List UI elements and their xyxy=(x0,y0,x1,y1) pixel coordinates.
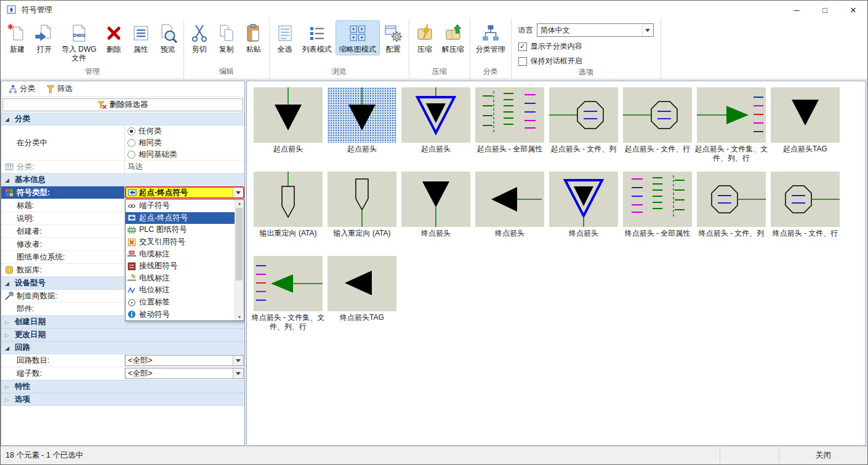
radio-label: 任何类 xyxy=(139,126,162,137)
radio-option-0[interactable]: 任何类 xyxy=(127,126,244,136)
new-label: 新建 xyxy=(10,45,25,54)
tab-filter[interactable]: 筛选 xyxy=(41,82,78,96)
symbol-item[interactable]: 起点箭头TAG xyxy=(771,87,840,163)
section-header-characteristics[interactable]: ▷特性 xyxy=(1,380,244,393)
properties-button[interactable]: 属性 xyxy=(127,20,155,55)
expand-arrow-icon: ◢ xyxy=(5,280,11,287)
compress-button[interactable]: 压缩 xyxy=(411,20,438,55)
dropdown-item[interactable]: 电缆标注 xyxy=(126,248,235,260)
cut-button[interactable]: 剪切 xyxy=(186,20,213,55)
radio-option-1[interactable]: 相同类 xyxy=(127,138,244,148)
start-end-symbol-icon xyxy=(128,188,137,197)
dropdown-item[interactable]: 位置标签 xyxy=(126,296,235,309)
new-button[interactable]: 新建 xyxy=(4,20,31,55)
paste-button[interactable]: 粘贴 xyxy=(240,20,267,55)
dropdown-item[interactable]: 端子符号 xyxy=(126,200,235,212)
scrollbar-thumb[interactable] xyxy=(236,208,243,280)
category-value: 马达 xyxy=(125,161,244,173)
symbol-item[interactable]: 终点箭头 - 全部属性 xyxy=(623,172,692,247)
symbol-item[interactable]: 终点箭头TAG xyxy=(328,256,396,332)
symbol-item[interactable]: 起点箭头 xyxy=(328,87,396,163)
dropdown-item[interactable]: PLC 图纸符号 xyxy=(126,224,235,236)
minimize-icon: ─ xyxy=(794,6,799,15)
thumbnail-mode-button[interactable]: 缩略图模式 xyxy=(336,20,380,55)
symbol-thumbnail xyxy=(623,87,692,143)
scroll-down-icon[interactable]: ▼ xyxy=(238,315,242,319)
field-value[interactable]: <全部> xyxy=(125,355,244,366)
ribbon-group-label: 分类 xyxy=(472,66,509,79)
option-checkbox-0[interactable]: ✓显示子分类内容 xyxy=(518,41,654,52)
category-manage-button[interactable]: 分类管理 xyxy=(472,20,509,55)
paste-label: 粘贴 xyxy=(246,45,261,54)
field-value[interactable]: <全部> xyxy=(125,368,244,379)
close-window-button[interactable]: ✕ xyxy=(839,1,867,19)
section-header-classification[interactable]: ◢ 分类 xyxy=(1,113,244,125)
symbol-label: 起点箭头 xyxy=(324,145,400,163)
dropdown-item-label: 电位标注 xyxy=(139,285,170,295)
delete-button[interactable]: 删除 xyxy=(100,20,127,55)
dropdown-item[interactable]: 交叉引用符号 xyxy=(126,236,235,248)
scroll-up-icon[interactable]: ▲ xyxy=(238,201,242,205)
thumbnail-mode-label: 缩略图模式 xyxy=(339,45,376,54)
clear-filter-button[interactable]: 删除筛选器 xyxy=(2,98,243,111)
maximize-button[interactable]: □ xyxy=(811,1,839,19)
compress-label: 压缩 xyxy=(417,45,432,54)
properties-icon xyxy=(131,23,151,44)
dropdown-item[interactable]: 电位标注 xyxy=(126,284,235,296)
tab-category[interactable]: 分类 xyxy=(4,82,40,96)
symbol-item[interactable]: 终点箭头 xyxy=(549,172,618,247)
symbol-item[interactable]: 起点箭头 - 文件、列 xyxy=(549,87,618,163)
dropdown-item[interactable]: 被动符号 xyxy=(126,308,235,320)
chevron-down-icon xyxy=(642,24,653,36)
field-value[interactable]: 起点-终点符号 xyxy=(125,186,244,199)
section-header-circuit[interactable]: ◢回路 xyxy=(1,341,244,354)
option-checkbox-1[interactable]: 保持对话框开启 xyxy=(518,56,654,66)
minimize-button[interactable]: ─ xyxy=(782,1,811,19)
main-area: 分类筛选 删除筛选器 ◢ 分类 在分类中 任何类相同类相同基础类 分类: xyxy=(1,79,867,446)
titlebar: 符号管理 ─ □ ✕ xyxy=(1,1,867,19)
field-label-cell: 数据库: xyxy=(1,264,125,276)
field-label-cell: 部件: xyxy=(1,303,125,315)
field-label: 部件: xyxy=(17,304,34,314)
dropdown-arrow-icon[interactable] xyxy=(233,368,243,378)
symbol-item[interactable]: 起点箭头 xyxy=(401,87,470,163)
symbol-item[interactable]: 终点箭头 - 文件集、文件、列、行 xyxy=(254,256,323,332)
language-select[interactable]: 简体中文 xyxy=(537,23,654,37)
symbol-item[interactable]: 起点箭头 xyxy=(254,87,323,163)
open-file-icon xyxy=(34,23,54,44)
copy-button[interactable]: 复制 xyxy=(213,20,240,55)
select-all-button[interactable]: 全选 xyxy=(271,20,299,55)
category-manage-label: 分类管理 xyxy=(476,45,505,54)
symbol-item[interactable]: 输入重定向 (ATA) xyxy=(328,172,396,247)
list-mode-button[interactable]: 列表模式 xyxy=(299,20,336,55)
symbol-thumbnail xyxy=(254,256,323,311)
properties-label: 属性 xyxy=(134,45,148,54)
configure-button[interactable]: 配置 xyxy=(380,20,407,55)
symbol-item[interactable]: 起点箭头 - 文件、行 xyxy=(623,87,692,163)
dropdown-item[interactable]: 接线图符号 xyxy=(126,260,235,272)
dropdown-item[interactable]: 电线标注 xyxy=(126,272,235,285)
dropdown-arrow-icon[interactable] xyxy=(233,188,243,197)
open-button[interactable]: 打开 xyxy=(31,20,58,55)
symbol-item[interactable]: 终点箭头 xyxy=(475,172,544,247)
symbol-item[interactable]: 终点箭头 - 文件、列 xyxy=(697,172,766,247)
radio-option-2[interactable]: 相同基础类 xyxy=(127,149,244,159)
section-header-options[interactable]: ▷选项 xyxy=(1,393,244,406)
symbol-label: 终点箭头 xyxy=(472,229,547,247)
field-label: 标题: xyxy=(17,201,34,211)
symbol-item[interactable]: 终点箭头 - 文件、行 xyxy=(771,172,840,247)
symbol-label: 起点箭头 xyxy=(251,145,326,163)
symbol-item[interactable]: 起点箭头 - 文件集、文件、列、行 xyxy=(697,87,766,163)
decompress-button[interactable]: 解压缩 xyxy=(438,20,468,55)
dropdown-arrow-icon[interactable] xyxy=(233,356,243,365)
section-header-basic-info[interactable]: ◢基本信息 xyxy=(1,173,244,186)
section-header-modify-date[interactable]: ▷更改日期 xyxy=(1,328,244,341)
symbol-item[interactable]: 起点箭头 - 全部属性 xyxy=(475,87,544,163)
statusbar-divider xyxy=(720,447,779,464)
close-button[interactable]: 关闭 xyxy=(779,447,867,464)
symbol-item[interactable]: 输出重定向 (ATA) xyxy=(254,172,323,247)
symbol-item[interactable]: 终点箭头 xyxy=(401,172,470,247)
dropdown-item[interactable]: 起点-终点符号 xyxy=(126,212,235,225)
preview-button[interactable]: 预览 xyxy=(155,20,182,55)
import-dwg-button[interactable]: 导入 DWG 文件 xyxy=(58,20,100,65)
